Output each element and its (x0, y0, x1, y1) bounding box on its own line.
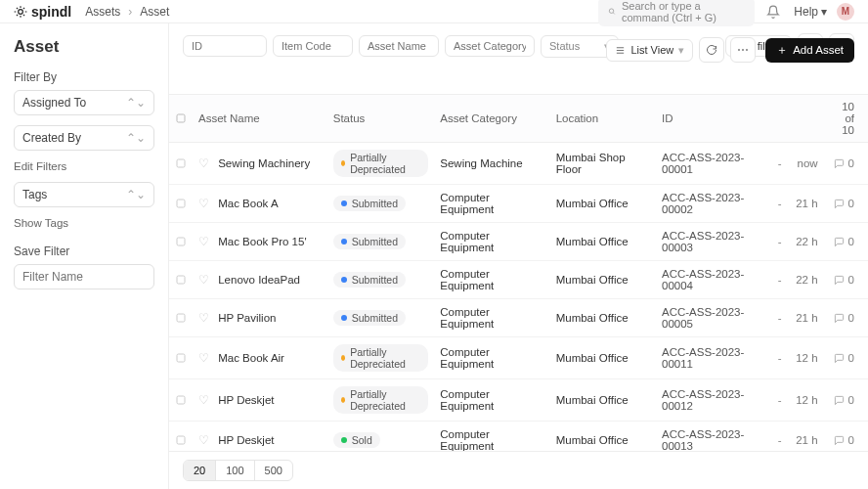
status-dot-icon (341, 160, 345, 166)
status-pill: Submitted (333, 272, 406, 288)
cell-status: Partially Depreciated (327, 379, 435, 422)
checkbox-icon (175, 236, 187, 247)
cell-status: Submitted (327, 185, 435, 223)
cell-status: Submitted (327, 261, 435, 299)
heart-icon[interactable]: ♡ (198, 352, 209, 364)
notifications-icon[interactable] (766, 5, 780, 19)
row-checkbox[interactable] (169, 422, 193, 452)
cell-dash: - (771, 422, 789, 452)
comment-icon (834, 275, 845, 286)
row-checkbox[interactable] (169, 337, 193, 379)
cell-comments: 0 (828, 185, 868, 223)
chevron-updown-icon: ⌃⌄ (126, 188, 146, 201)
filter-asset-category-input[interactable] (445, 35, 535, 57)
row-checkbox[interactable] (169, 379, 193, 422)
assigned-to-select[interactable]: Assigned To ⌃⌄ (14, 90, 154, 115)
user-avatar[interactable]: M (837, 3, 854, 21)
page-size-option[interactable]: 20 (184, 461, 216, 480)
table-row[interactable]: ♡ Mac Book Air Partially Depreciated Com… (169, 337, 868, 379)
app-logo[interactable]: spindl (14, 4, 71, 20)
table-row[interactable]: ♡ HP Deskjet Partially Depreciated Compu… (169, 379, 868, 422)
filter-asset-name-input[interactable] (359, 35, 439, 57)
table-row[interactable]: ♡ HP Pavilion Submitted Computer Equipme… (169, 299, 868, 337)
checkbox-icon (175, 394, 187, 406)
heart-icon[interactable]: ♡ (198, 274, 209, 286)
cell-age: 21 h (789, 299, 828, 337)
status-pill: Partially Depreciated (333, 344, 429, 372)
cell-category: Computer Equipment (434, 223, 549, 261)
asset-name-text: Mac Book Air (218, 352, 284, 364)
status-pill: Submitted (333, 310, 406, 326)
more-menu-button[interactable]: ⋯ (730, 37, 756, 63)
cell-status: Submitted (327, 299, 435, 337)
filter-item-code-input[interactable] (273, 35, 353, 57)
header-asset-category[interactable]: Asset Category (434, 95, 549, 143)
heart-icon[interactable]: ♡ (198, 312, 209, 324)
checkbox-icon (175, 434, 187, 446)
comment-count: 0 (848, 157, 854, 169)
filter-by-label: Filter By (14, 70, 154, 84)
topbar: spindl Assets › Asset Search or type a c… (0, 0, 868, 23)
cell-asset-name: ♡ Sewing Machinery (193, 143, 327, 185)
row-checkbox[interactable] (169, 261, 193, 299)
heart-icon[interactable]: ♡ (198, 434, 209, 446)
row-checkbox[interactable] (169, 143, 193, 185)
cell-id: ACC-ASS-2023-00002 (656, 185, 771, 223)
list-view-select[interactable]: List View ▾ (606, 39, 693, 62)
cell-asset-name: ♡ Lenovo IdeaPad (193, 261, 327, 299)
cell-dash: - (771, 379, 789, 422)
cell-id: ACC-ASS-2023-00005 (656, 299, 771, 337)
cell-comments: 0 (828, 422, 868, 452)
status-dot-icon (341, 355, 345, 361)
cell-comments: 0 (828, 223, 868, 261)
page-size-option[interactable]: 500 (255, 461, 292, 480)
cell-age: 22 h (789, 223, 828, 261)
header-status[interactable]: Status (327, 95, 435, 143)
page-size-option[interactable]: 100 (216, 461, 254, 480)
heart-icon[interactable]: ♡ (198, 198, 209, 209)
refresh-button[interactable] (699, 37, 724, 63)
show-tags-link[interactable]: Show Tags (14, 217, 154, 229)
row-checkbox[interactable] (169, 185, 193, 223)
header-count: 10 of 10 (828, 95, 868, 143)
heart-icon[interactable]: ♡ (198, 157, 209, 169)
add-asset-button[interactable]: ＋ Add Asset (765, 38, 854, 63)
asset-name-text: Sewing Machinery (218, 157, 310, 169)
table-row[interactable]: ♡ Lenovo IdeaPad Submitted Computer Equi… (169, 261, 868, 299)
help-menu[interactable]: Help ▾ (794, 5, 827, 19)
table-row[interactable]: ♡ Mac Book Pro 15' Submitted Computer Eq… (169, 223, 868, 261)
row-checkbox[interactable] (169, 299, 193, 337)
status-text: Partially Depreciated (350, 346, 420, 370)
cell-id: ACC-ASS-2023-00012 (656, 379, 771, 422)
edit-filters-link[interactable]: Edit Filters (14, 160, 154, 172)
created-by-label: Created By (22, 131, 81, 145)
cell-comments: 0 (828, 261, 868, 299)
select-all-checkbox[interactable] (169, 95, 193, 143)
status-text: Submitted (352, 236, 398, 247)
svg-rect-10 (177, 436, 185, 444)
breadcrumb-asset[interactable]: Asset (140, 5, 169, 19)
cell-id: ACC-ASS-2023-00003 (656, 223, 771, 261)
heart-icon[interactable]: ♡ (198, 236, 209, 247)
table-row[interactable]: ♡ HP Deskjet Sold Computer Equipment Mum… (169, 422, 868, 452)
status-dot-icon (341, 315, 347, 321)
header-asset-name[interactable]: Asset Name (193, 95, 327, 143)
row-checkbox[interactable] (169, 223, 193, 261)
created-by-select[interactable]: Created By ⌃⌄ (14, 125, 154, 151)
status-placeholder: Status (549, 40, 580, 52)
filter-id-input[interactable] (183, 35, 267, 57)
heart-icon[interactable]: ♡ (198, 394, 209, 406)
header-id[interactable]: ID (656, 95, 771, 143)
global-search[interactable]: Search or type a command (Ctrl + G) (598, 0, 755, 26)
comment-icon (834, 435, 845, 446)
table-row[interactable]: ♡ Sewing Machinery Partially Depreciated… (169, 143, 868, 185)
breadcrumb-assets[interactable]: Assets (85, 5, 120, 19)
status-text: Submitted (352, 274, 398, 286)
search-icon (608, 6, 616, 17)
table-row[interactable]: ♡ Mac Book A Submitted Computer Equipmen… (169, 185, 868, 223)
tags-select[interactable]: Tags ⌃⌄ (14, 182, 154, 207)
header-location[interactable]: Location (550, 95, 656, 143)
filter-name-input[interactable] (14, 264, 154, 289)
cell-category: Computer Equipment (434, 379, 549, 422)
cell-status: Partially Depreciated (327, 337, 435, 379)
